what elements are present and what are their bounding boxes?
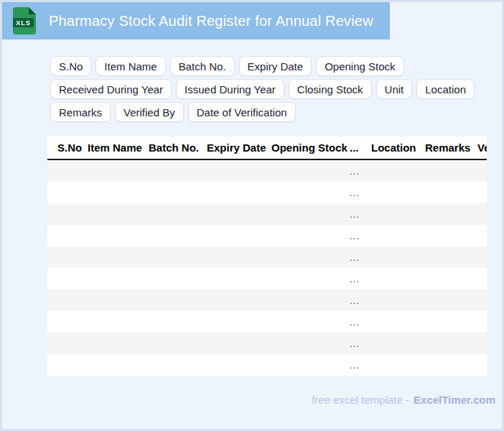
footer-credit: free excel template -ExcelTimer.com [312, 394, 495, 406]
collapsed-cell: ... [350, 209, 371, 220]
chip-unit[interactable]: Unit [376, 79, 413, 99]
column-header-batch-no: Batch No. [149, 142, 207, 154]
table-row: ... [47, 333, 487, 354]
template-preview-card: XLS Pharmacy Stock Audit Register for An… [0, 0, 504, 431]
collapsed-cell: ... [350, 231, 371, 241]
collapsed-cell: ... [350, 338, 371, 349]
collapsed-cell: ... [350, 166, 371, 177]
chip-issued-during-year[interactable]: Issued During Year [176, 79, 284, 99]
chip-s-no[interactable]: S.No [50, 56, 91, 76]
column-header-item-name: Item Name [88, 142, 149, 154]
collapsed-cell: ... [350, 295, 371, 306]
chip-remarks[interactable]: Remarks [50, 102, 111, 122]
column-header-remarks: Remarks [425, 142, 477, 154]
collapsed-cell: ... [350, 252, 371, 263]
field-chip-list: S.No Item Name Batch No. Expiry Date Ope… [50, 56, 504, 122]
chip-closing-stock[interactable]: Closing Stock [289, 79, 372, 99]
chip-received-during-year[interactable]: Received During Year [50, 79, 172, 99]
column-header-location: Location [371, 142, 425, 154]
chip-location[interactable]: Location [416, 79, 475, 99]
chip-verified-by[interactable]: Verified By [115, 102, 184, 122]
chip-date-of-verification[interactable]: Date of Verification [188, 102, 296, 122]
table-body: .............................. [47, 160, 487, 376]
xls-file-icon-fold [29, 7, 36, 14]
table-header-row: S.No Item Name Batch No. Expiry Date Ope… [47, 136, 487, 160]
chip-batch-no[interactable]: Batch No. [170, 56, 235, 76]
chip-expiry-date[interactable]: Expiry Date [239, 56, 312, 76]
table-row: ... [47, 160, 487, 182]
footer-credit-text: free excel template - [312, 394, 409, 406]
collapsed-cell: ... [350, 360, 371, 371]
chip-opening-stock[interactable]: Opening Stock [316, 56, 403, 76]
xls-file-badge: XLS [13, 18, 34, 27]
table-row: ... [47, 289, 487, 311]
column-header-verified-by: Verified By [477, 142, 487, 154]
collapsed-cell: ... [350, 274, 371, 284]
column-header-opening-stock: Opening Stock [271, 142, 350, 154]
page-title: Pharmacy Stock Audit Register for Annual… [49, 13, 373, 29]
table-row: ... [47, 182, 487, 203]
table-row: ... [47, 268, 487, 289]
table-row: ... [47, 246, 487, 268]
header-bar: XLS Pharmacy Stock Audit Register for An… [2, 2, 390, 40]
collapsed-cell: ... [350, 317, 371, 328]
table-row: ... [47, 354, 487, 376]
table-row: ... [47, 311, 487, 333]
footer-brand: ExcelTimer.com [414, 394, 495, 406]
table-row: ... [47, 225, 487, 246]
xls-file-icon: XLS [13, 7, 36, 34]
collapsed-cell: ... [350, 187, 371, 198]
column-header-expiry-date: Expiry Date [207, 142, 271, 154]
column-header-s-no: S.No [57, 142, 88, 154]
table-row: ... [47, 203, 487, 225]
column-header-collapsed: ... [350, 142, 371, 154]
chip-item-name[interactable]: Item Name [95, 56, 165, 76]
preview-table: S.No Item Name Batch No. Expiry Date Ope… [47, 136, 487, 376]
